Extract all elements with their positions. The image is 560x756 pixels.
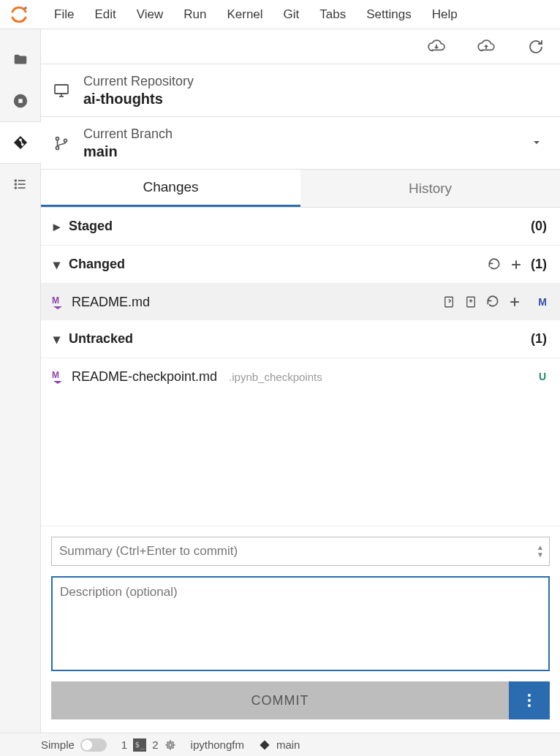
svg-point-18: [64, 139, 67, 142]
file-row-readme-checkpoint[interactable]: M README-checkpoint.md .ipynb_checkpoint…: [41, 358, 560, 395]
commit-button[interactable]: COMMIT: [51, 681, 509, 719]
svg-point-17: [56, 146, 58, 149]
branch-icon: [51, 133, 72, 154]
stage-icon[interactable]: [507, 295, 522, 309]
file-row-readme[interactable]: M README.md: [41, 284, 560, 320]
chevron-down-icon[interactable]: [531, 137, 544, 150]
svg-point-11: [15, 187, 16, 189]
svg-rect-13: [55, 85, 68, 94]
tab-history[interactable]: History: [300, 170, 560, 207]
group-untracked-label: Untracked: [69, 331, 133, 347]
monitor-icon: [51, 80, 72, 101]
statusbar-branch[interactable]: main: [259, 738, 300, 751]
menu-help[interactable]: Help: [422, 3, 468, 26]
menu-run[interactable]: Run: [173, 3, 216, 26]
file-name: README-checkpoint.md: [72, 369, 217, 385]
open-file-icon[interactable]: [442, 295, 456, 309]
terminals-count[interactable]: 1 $_ 2: [121, 738, 176, 752]
commit-form: ▲▼ COMMIT: [41, 526, 560, 733]
commit-summary-input[interactable]: [51, 537, 550, 566]
menu-view[interactable]: View: [126, 3, 174, 26]
toc-icon[interactable]: [0, 164, 41, 205]
branch-name: main: [83, 143, 519, 160]
terminal-icon: $_: [133, 738, 146, 752]
git-tabs: Changes History: [41, 170, 560, 208]
svg-point-16: [56, 137, 58, 140]
toggle-icon[interactable]: [80, 738, 107, 752]
cloud-pull-icon[interactable]: [427, 37, 446, 56]
diff-icon[interactable]: [463, 295, 478, 309]
chevron-down-icon: ▾: [51, 331, 61, 347]
group-untracked-header[interactable]: ▾ Untracked (1): [41, 320, 560, 358]
group-untracked-count: (1): [531, 331, 547, 347]
svg-rect-33: [169, 744, 172, 746]
file-folder: .ipynb_checkpoints: [229, 371, 322, 383]
svg-text:M: M: [52, 295, 59, 306]
refresh-icon[interactable]: [526, 37, 545, 56]
left-rail: [0, 29, 41, 733]
menu-edit[interactable]: Edit: [84, 3, 126, 26]
markdown-icon: M: [51, 295, 64, 309]
language-mode[interactable]: ipythongfm: [191, 738, 244, 751]
jupyter-logo: [9, 4, 29, 25]
commit-more-button[interactable]: [509, 681, 550, 719]
svg-point-29: [528, 694, 531, 697]
commit-description-input[interactable]: [51, 576, 550, 671]
svg-rect-2: [18, 99, 23, 103]
menubar: File Edit View Run Kernel Git Tabs Setti…: [0, 0, 560, 29]
simple-label: Simple: [41, 738, 75, 751]
svg-point-9: [15, 184, 16, 185]
menu-git[interactable]: Git: [273, 3, 310, 26]
cpu-icon: [164, 739, 176, 751]
repo-name: ai-thoughts: [83, 91, 544, 107]
running-icon[interactable]: [0, 80, 41, 121]
current-repository[interactable]: Current Repository ai-thoughts: [41, 64, 560, 117]
statusbar: Simple 1 $_ 2 ipythongfm main: [0, 733, 560, 756]
status-untracked: U: [537, 371, 548, 382]
svg-rect-38: [260, 740, 269, 749]
svg-rect-3: [13, 136, 26, 149]
svg-point-0: [24, 7, 27, 10]
menu-kernel[interactable]: Kernel: [216, 3, 273, 26]
repo-label: Current Repository: [83, 74, 544, 89]
chevron-right-icon: ▸: [51, 219, 61, 235]
group-staged-count: (0): [531, 219, 547, 234]
menu-tabs[interactable]: Tabs: [309, 3, 356, 26]
chevron-down-icon: ▾: [51, 257, 61, 273]
git-toolbar: [41, 29, 560, 64]
discard-icon[interactable]: [485, 295, 500, 309]
current-branch[interactable]: Current Branch main: [41, 117, 560, 170]
discard-all-icon[interactable]: [487, 257, 502, 272]
menu-settings[interactable]: Settings: [356, 3, 421, 26]
menu-file[interactable]: File: [44, 3, 84, 26]
group-changed-header[interactable]: ▾ Changed (1): [41, 246, 560, 284]
git-panel: Current Repository ai-thoughts Current B…: [41, 29, 560, 733]
svg-text:M: M: [52, 370, 59, 380]
git-icon[interactable]: [0, 122, 41, 163]
tab-changes[interactable]: Changes: [41, 170, 300, 207]
folder-icon[interactable]: [0, 39, 41, 80]
group-staged-label: Staged: [69, 219, 113, 234]
file-name: README.md: [72, 295, 150, 310]
branch-label: Current Branch: [83, 126, 519, 142]
cloud-push-icon[interactable]: [477, 37, 496, 56]
git-diamond-icon: [259, 739, 270, 751]
status-modified: M: [537, 296, 548, 308]
svg-rect-32: [167, 742, 173, 748]
group-changed-count: (1): [531, 257, 547, 272]
simple-toggle[interactable]: Simple: [41, 738, 107, 752]
stage-all-icon[interactable]: [509, 257, 523, 272]
svg-point-7: [15, 180, 16, 181]
svg-point-30: [528, 699, 531, 702]
stepper-icon[interactable]: ▲▼: [537, 544, 544, 559]
markdown-icon: M: [51, 370, 64, 383]
svg-point-31: [528, 704, 531, 707]
group-changed-label: Changed: [69, 257, 125, 272]
group-staged-header[interactable]: ▸ Staged (0): [41, 208, 560, 246]
